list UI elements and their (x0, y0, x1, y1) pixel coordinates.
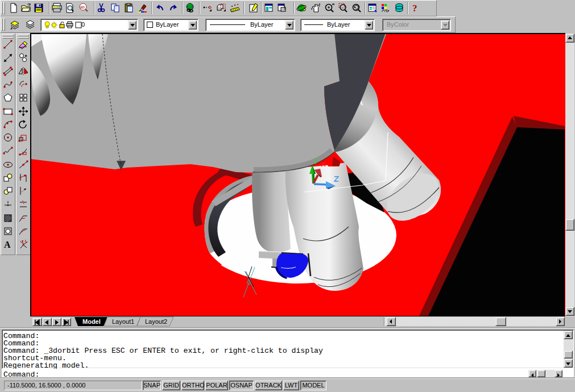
svg-text:?: ? (412, 3, 417, 14)
svg-text:Layout1: Layout1 (112, 318, 134, 325)
svg-text:ab: ab (80, 5, 85, 9)
svg-text:A: A (4, 240, 11, 249)
svg-text:Layout2: Layout2 (145, 318, 167, 325)
svg-text:A: A (382, 7, 385, 13)
svg-text:Model: Model (82, 318, 101, 325)
